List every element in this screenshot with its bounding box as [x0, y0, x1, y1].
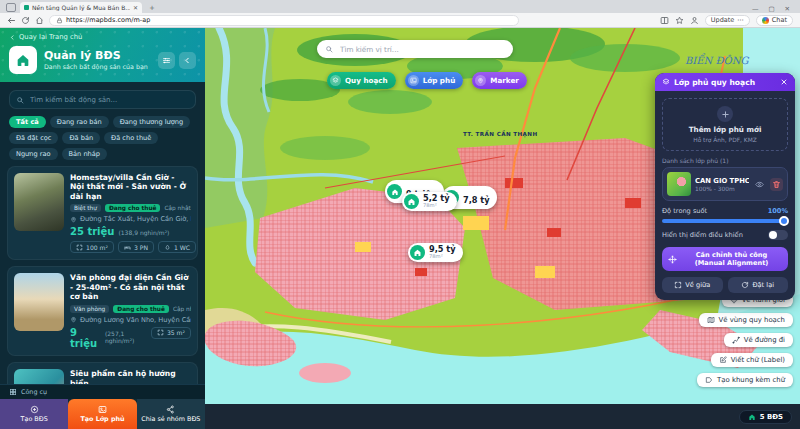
house-icon	[404, 194, 419, 209]
eye-icon[interactable]	[753, 178, 766, 191]
control-points-toggle[interactable]	[768, 230, 788, 240]
map-search-input[interactable]	[338, 44, 505, 55]
search-icon	[325, 45, 333, 53]
draw-route-button[interactable]: Vẽ đường đi	[724, 333, 793, 347]
write-label-button[interactable]: Viết chữ (Label)	[711, 353, 793, 367]
write-label-label: Viết chữ (Label)	[731, 356, 785, 364]
area-stat: 100 m²	[70, 241, 114, 253]
property-updated: Cập nhật 8 giờ trước	[164, 205, 191, 211]
price-marker[interactable]: 5,2 tỷ 78m²	[402, 192, 457, 211]
property-type-badge: Văn phòng	[70, 305, 109, 313]
draw-zone-button[interactable]: Vẽ vùng quy hoạch	[699, 313, 794, 327]
filter-sold[interactable]: Đã bán	[62, 132, 100, 144]
marker-label: Marker	[490, 76, 519, 85]
overlay-panel-title: Lớp phủ quy hoạch	[674, 78, 776, 87]
app-logo	[9, 46, 37, 74]
share-group-button[interactable]: Chia sẻ nhóm BĐS	[137, 399, 205, 429]
property-card[interactable]: Văn phòng đại diện Cần Giờ - 25-40m² - C…	[7, 266, 198, 356]
copilot-chat-button[interactable]: Chat	[756, 15, 793, 26]
filter-for-sale[interactable]: Đang rao bán	[50, 116, 109, 128]
property-search-input[interactable]	[28, 95, 189, 105]
property-address: Đường Lương Văn Nho, Huyện Cần Giờ, Hồ .…	[80, 316, 191, 324]
create-overlay-button[interactable]: Tạo Lớp phủ	[68, 399, 136, 429]
overlay-item[interactable]: CAN GIO TPHCM 2030 100% - 300m	[662, 167, 788, 201]
map-area[interactable]: TT. TRẤN CẦN THẠNH BIỂN ĐÔNG Quy hoạch L…	[205, 28, 800, 404]
update-button[interactable]: Update ⋯	[705, 15, 750, 26]
sliders-icon[interactable]	[158, 52, 175, 69]
filter-negotiating[interactable]: Đang thương lượng	[113, 116, 190, 128]
property-price: 9 triệu	[70, 327, 101, 349]
planning-button[interactable]: Quy hoạch	[327, 72, 396, 89]
overlay-item-meta: 100% - 300m	[695, 186, 749, 192]
split-screen-icon[interactable]	[660, 16, 669, 25]
opacity-value: 100%	[768, 207, 788, 215]
marker-button[interactable]: Marker	[472, 72, 527, 89]
tab-close-icon[interactable]: ✕	[133, 4, 138, 11]
reset-label: Đặt lại	[752, 281, 774, 289]
overlay-button[interactable]: Lớp phủ	[405, 72, 464, 89]
overlay-panel-body: Thêm lớp phủ mới Hỗ trợ Ảnh, PDF, KMZ Da…	[655, 91, 795, 300]
center-button[interactable]: Về giữa	[662, 277, 723, 293]
app-screen: Nền tảng Quản lý & Mua Bán B... ✕ ＋ — ▢ …	[0, 0, 800, 429]
filter-all[interactable]: Tất cả	[9, 116, 46, 128]
profile-icon[interactable]	[690, 16, 699, 25]
reset-button[interactable]: Đặt lại	[728, 277, 789, 293]
home-icon[interactable]	[35, 16, 44, 25]
property-search[interactable]	[9, 90, 196, 109]
house-icon	[410, 245, 425, 260]
map-search[interactable]	[317, 40, 513, 58]
filter-stopped[interactable]: Ngưng rao	[9, 148, 58, 160]
property-card[interactable]: Siêu phẩm căn hộ hướng biển Chung cư Đan…	[7, 362, 198, 384]
overlay-thumbnail	[667, 172, 691, 196]
price-marker[interactable]: 9,5 tỷ 78m²	[408, 243, 463, 262]
manual-align-button[interactable]: Căn chỉnh thủ công (Manual Alignment)	[662, 247, 788, 271]
pencil-icon	[719, 356, 727, 364]
pin-icon	[70, 316, 77, 323]
back-icon[interactable]	[7, 16, 16, 25]
back-label: Quay lại Trang chủ	[19, 33, 82, 41]
create-bds-label: Tạo BĐS	[21, 415, 48, 423]
bds-count-badge[interactable]: 5 BĐS	[739, 410, 792, 424]
filter-rented[interactable]: Đã cho thuê	[104, 132, 158, 144]
favorites-star-icon[interactable]	[675, 16, 684, 25]
app-title: Quản lý BĐS	[44, 50, 148, 63]
browser-tab[interactable]: Nền tảng Quản lý & Mua Bán B... ✕	[20, 2, 142, 13]
create-frame-button[interactable]: Tạo khung kèm chữ	[697, 373, 793, 387]
status-filters: Tất cả Đang rao bán Đang thương lượng Đã…	[9, 116, 196, 160]
property-title: Siêu phẩm căn hộ hướng biển	[70, 369, 191, 384]
opacity-label: Độ trong suốt	[662, 207, 707, 215]
tab-actions-icon[interactable]	[6, 3, 16, 12]
property-title: Văn phòng đại diện Cần Giờ - 25-40m² - C…	[70, 273, 191, 301]
close-icon[interactable]	[780, 78, 788, 86]
slider-knob[interactable]	[779, 216, 789, 226]
manual-align-label: Căn chỉnh thủ công (Manual Alignment)	[681, 251, 782, 267]
draw-route-label: Vẽ đường đi	[744, 336, 785, 344]
status-bar: 5 BĐS	[205, 404, 800, 429]
site-favicon	[24, 5, 29, 10]
reset-icon	[741, 281, 749, 289]
create-bds-button[interactable]: Tạo BĐS	[0, 399, 68, 429]
opacity-slider[interactable]	[662, 219, 788, 223]
map-toolbar: Quy hoạch Lớp phủ Marker	[327, 72, 527, 89]
toolbar-right: Update ⋯ Chat	[660, 15, 793, 26]
maximize-button[interactable]: ▢	[768, 5, 774, 13]
upload-hint: Hỗ trợ Ảnh, PDF, KMZ	[693, 137, 757, 143]
overlay-panel: Lớp phủ quy hoạch Thêm lớp phủ mới Hỗ tr…	[655, 73, 795, 300]
filter-draft[interactable]: Bản nháp	[62, 148, 107, 160]
overlay-panel-header: Lớp phủ quy hoạch	[655, 73, 795, 91]
upload-dropzone[interactable]: Thêm lớp phủ mới Hỗ trợ Ảnh, PDF, KMZ	[662, 98, 788, 151]
refresh-icon[interactable]	[21, 16, 30, 25]
layers-icon	[662, 78, 670, 86]
filter-deposited[interactable]: Đã đặt cọc	[9, 132, 58, 144]
collapse-sidebar-button[interactable]	[179, 52, 196, 69]
toggle-knob	[769, 231, 777, 239]
address-bar[interactable]: https://mapbds.com/m-ap	[49, 15, 519, 26]
bds-count-label: 5 BĐS	[760, 413, 783, 421]
back-to-home-link[interactable]: Quay lại Trang chủ	[9, 33, 196, 41]
property-card[interactable]: Homestay/villa Cần Giờ - Nội thất mới - …	[7, 166, 198, 260]
new-tab-button[interactable]: ＋	[148, 3, 156, 13]
close-button[interactable]: ✕	[785, 5, 790, 13]
bath-icon	[164, 244, 171, 251]
trash-icon[interactable]	[770, 178, 783, 191]
minimize-button[interactable]: —	[752, 5, 759, 13]
